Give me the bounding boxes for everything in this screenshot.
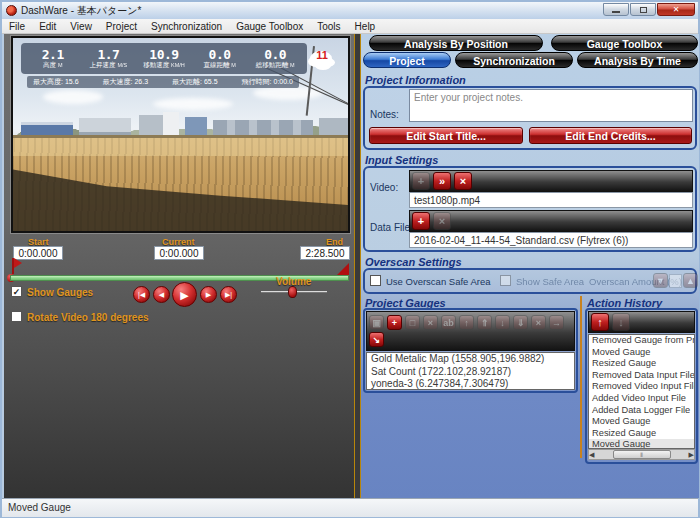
menu-help[interactable]: Help	[348, 19, 383, 34]
use-overscan-label: Use Overscan Safe Area	[386, 276, 491, 287]
add-video-button[interactable]: +	[412, 172, 430, 190]
scroll-right-icon[interactable]: ▶	[689, 451, 694, 459]
project-information-header: Project Information	[365, 74, 466, 86]
tab-gauge-toolbox[interactable]: Gauge Toolbox	[551, 35, 698, 51]
rotate-video-label: Rotate Video 180 degrees	[27, 312, 149, 323]
tab-analysis-by-time[interactable]: Analysis By Time	[577, 52, 698, 68]
title-bar: DashWare - 基本パターン* ✕	[2, 2, 698, 19]
menu-synchronization[interactable]: Synchronization	[144, 19, 229, 34]
gauge-delete-button: ×	[531, 315, 546, 330]
gauges-history-splitter[interactable]	[580, 296, 582, 458]
video-panel: 2.1 高度 M 1.7 上昇速度 M/S 10.9 移動速度 KM/H 0.0…	[4, 34, 354, 498]
dashware-window: DashWare - 基本パターン* ✕ File Edit View Proj…	[0, 0, 700, 518]
history-item[interactable]: Resized Gauge	[589, 358, 694, 370]
menu-edit[interactable]: Edit	[32, 19, 63, 34]
window-title: DashWare - 基本パターン*	[21, 4, 141, 18]
notes-input[interactable]	[409, 89, 693, 122]
use-overscan-checkbox[interactable]	[370, 275, 381, 286]
altitude-value: 2.1	[25, 48, 81, 61]
skip-end-button[interactable]: ▶|	[220, 286, 237, 303]
gauge-copy-button: □	[405, 315, 420, 330]
scroll-thumb[interactable]: ⦀	[613, 450, 671, 459]
show-safe-area-label: Show Safe Area	[516, 276, 584, 287]
overscan-amount-field	[669, 274, 682, 288]
telemetry-stats-bar: 最大高度: 15.6 最大速度: 26.3 最大距離: 65.5 飛行時間: 0…	[27, 76, 299, 88]
remove-data-file-button[interactable]: ×	[433, 212, 451, 230]
history-item[interactable]: Removed Data Input File	[589, 370, 694, 382]
notes-label: Notes:	[370, 109, 399, 120]
volume-knob[interactable]	[288, 286, 297, 298]
history-item[interactable]: Added Data Logger File	[589, 405, 694, 417]
remove-video-button[interactable]: ×	[454, 172, 472, 190]
end-marker[interactable]	[337, 263, 349, 275]
show-gauges-checkbox[interactable]: ✓	[11, 286, 22, 297]
tab-analysis-by-position[interactable]: Analysis By Position	[369, 35, 543, 51]
gauge-list-item[interactable]: Gold Metalic Map (1558.905,196.9882)	[367, 353, 574, 366]
minimize-button[interactable]	[603, 3, 629, 16]
menu-tools[interactable]: Tools	[310, 19, 347, 34]
data-file-field[interactable]: 2016-02-04_11-44-54_Standard.csv (Flytre…	[409, 232, 693, 248]
history-item-selected[interactable]: Moved Gauge	[589, 439, 694, 449]
status-bar: Moved Gauge	[2, 498, 698, 517]
redo-button: ↓	[612, 313, 630, 331]
menu-project[interactable]: Project	[99, 19, 144, 34]
gauge-move-bottom-button: ⇓	[513, 315, 528, 330]
history-item[interactable]: Moved Gauge	[589, 416, 694, 428]
input-settings-header: Input Settings	[365, 154, 438, 166]
maximize-button[interactable]	[630, 3, 656, 16]
ascent-speed-value: 1.7	[81, 48, 137, 61]
start-marker[interactable]	[12, 258, 14, 274]
scroll-left-icon[interactable]: ◀	[589, 451, 594, 459]
distance-value: 0.0	[192, 48, 248, 61]
gauge-add-button[interactable]: +	[387, 315, 402, 330]
status-text: Moved Gauge	[8, 502, 71, 513]
tab-synchronization[interactable]: Synchronization	[455, 52, 573, 68]
menu-bar: File Edit View Project Synchronization G…	[2, 19, 698, 34]
gauge-move-top-button: ⇑	[477, 315, 492, 330]
building	[213, 120, 313, 136]
add-data-file-button[interactable]: +	[412, 212, 430, 230]
menu-gauge-toolbox[interactable]: Gauge Toolbox	[229, 19, 310, 34]
prev-frame-button[interactable]: ◀	[153, 286, 170, 303]
history-item[interactable]: Added Video Input File	[589, 393, 694, 405]
gauge-align-button: →	[549, 315, 564, 330]
panel-splitter[interactable]	[354, 34, 361, 498]
action-history-list: Removed Gauge from Proj Moved Gauge Resi…	[588, 334, 695, 449]
history-item[interactable]: Removed Video Input File	[589, 381, 694, 393]
show-safe-area-checkbox	[500, 275, 511, 286]
history-item[interactable]: Resized Gauge	[589, 428, 694, 440]
menu-view[interactable]: View	[63, 19, 99, 34]
settings-panel: Analysis By Position Gauge Toolbox Proje…	[361, 34, 699, 498]
history-scrollbar[interactable]: ◀ ⦀ ▶	[588, 449, 695, 460]
next-frame-button[interactable]: ▶	[200, 286, 217, 303]
video-file-field[interactable]: test1080p.mp4	[409, 192, 693, 208]
gauge-list-item[interactable]: Sat Count (1722.102,28.92187)	[367, 366, 574, 379]
gauge-select-button: ▣	[369, 315, 384, 330]
building	[163, 112, 179, 136]
close-button[interactable]: ✕	[657, 3, 695, 16]
satellite-count-gauge: 11	[306, 47, 338, 71]
edit-start-title-button[interactable]: Edit Start Title...	[369, 127, 523, 144]
building	[79, 118, 131, 136]
menu-file[interactable]: File	[2, 19, 32, 34]
rotate-video-checkbox[interactable]	[11, 311, 22, 322]
tab-project[interactable]: Project	[363, 52, 451, 68]
gauge-tools-button: ×	[423, 315, 438, 330]
telemetry-gauge-bar: 2.1 高度 M 1.7 上昇速度 M/S 10.9 移動速度 KM/H 0.0…	[21, 43, 307, 74]
edit-end-credits-button[interactable]: Edit End Credits...	[529, 127, 692, 144]
history-item[interactable]: Moved Gauge	[589, 347, 694, 359]
gauge-list-item[interactable]: yoneda-3 (6.247384,7.306479)	[367, 378, 574, 390]
skip-start-button[interactable]: |◀	[133, 286, 150, 303]
video-preview[interactable]: 2.1 高度 M 1.7 上昇速度 M/S 10.9 移動速度 KM/H 0.0…	[10, 35, 351, 234]
total-distance-value: 0.0	[247, 48, 303, 61]
action-history-toolbar: ↑ ↓	[588, 311, 695, 333]
satellite-count-value: 11	[306, 49, 338, 61]
play-button[interactable]: ▶	[172, 282, 197, 307]
change-video-button[interactable]: »	[433, 172, 451, 190]
current-time-field[interactable]: 0:00.000	[154, 246, 204, 260]
overscan-increase-button: ▲	[683, 273, 698, 288]
undo-button[interactable]: ↑	[591, 313, 609, 331]
gauge-resize-button[interactable]: ↘	[369, 332, 384, 347]
end-time-field[interactable]: 2:28.500	[300, 246, 350, 260]
history-item[interactable]: Removed Gauge from Proj	[589, 335, 694, 347]
